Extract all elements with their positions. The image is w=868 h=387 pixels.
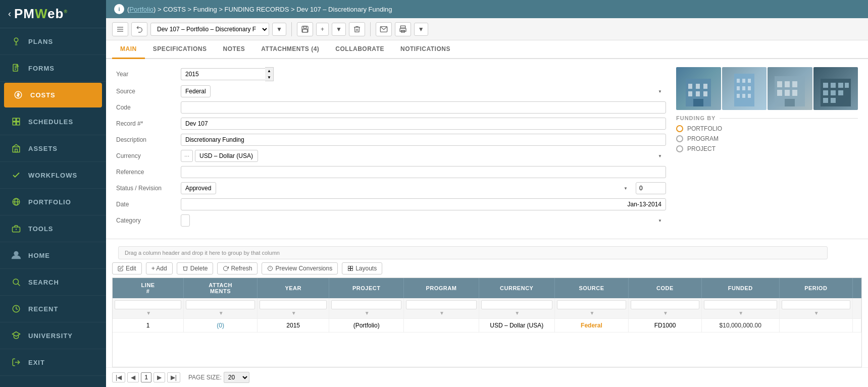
currency-select[interactable]: USD – Dollar (USA) <box>195 150 258 162</box>
sidebar-item-schedules[interactable]: SCHEDULES <box>0 108 106 135</box>
add-dropdown-button[interactable]: ▼ <box>332 23 346 36</box>
save-button[interactable] <box>297 22 313 36</box>
first-page-button[interactable]: |◀ <box>112 372 125 382</box>
layouts-button[interactable]: Layouts <box>342 262 382 274</box>
current-page-button[interactable]: 1 <box>141 372 151 382</box>
dropdown-arrow-button[interactable]: ▼ <box>272 23 286 36</box>
filter-program: ▼ <box>403 298 479 319</box>
source-select[interactable]: Federal <box>181 85 211 97</box>
filter-source-icon[interactable]: ▼ <box>589 310 594 316</box>
preview-conversions-button[interactable]: Preview Conversions <box>262 262 338 274</box>
funding-project-radio[interactable] <box>676 145 683 152</box>
add-row-button[interactable]: + Add <box>146 262 173 274</box>
category-select[interactable] <box>181 214 190 227</box>
reference-label: Reference <box>116 169 177 176</box>
sidebar-item-workflows[interactable]: WORKFLOWS <box>0 162 106 189</box>
email-button[interactable] <box>376 22 392 36</box>
code-input[interactable] <box>181 101 666 114</box>
sidebar-item-search-label: SEARCH <box>28 279 59 286</box>
sidebar-item-university[interactable]: UNIVERSITY <box>0 322 106 349</box>
reference-input[interactable] <box>181 166 666 178</box>
year-decrement-button[interactable]: ▼ <box>265 74 273 81</box>
sidebar-item-workflows-label: WORKFLOWS <box>28 172 77 179</box>
filter-line-icon[interactable]: ▼ <box>146 310 151 316</box>
filter-funded-input[interactable] <box>704 300 777 309</box>
filter-currency-input[interactable] <box>481 300 552 309</box>
filter-period-input[interactable] <box>782 300 850 309</box>
cell-year: 2015 <box>257 319 329 333</box>
year-field-wrapper: ▲ ▼ <box>181 67 262 81</box>
list-view-button[interactable] <box>112 22 128 36</box>
status-select[interactable]: Approved <box>181 182 216 194</box>
sidebar-item-recent[interactable]: RECENT <box>0 296 106 322</box>
tab-notes[interactable]: NOTES <box>215 40 253 59</box>
edit-button[interactable]: Edit <box>112 262 142 274</box>
filter-program-input[interactable] <box>406 300 477 309</box>
record-input[interactable]: Dev 107 <box>181 118 666 130</box>
tab-main[interactable]: MAIN <box>112 40 145 59</box>
grid-icon <box>10 116 22 128</box>
filter-year-input[interactable] <box>260 300 327 309</box>
filter-program-icon[interactable]: ▼ <box>439 310 444 316</box>
delete-button[interactable] <box>349 22 365 36</box>
header-toolbar: Dev 107 – Portfolio – Discretionary F ▼ … <box>106 18 868 40</box>
globe-icon <box>10 196 22 208</box>
filter-code-input[interactable] <box>631 300 699 309</box>
svg-rect-57 <box>845 83 849 88</box>
print-dropdown-button[interactable]: ▼ <box>414 23 428 36</box>
collapse-sidebar-button[interactable]: ‹ <box>8 9 11 19</box>
sidebar-item-exit[interactable]: EXIT <box>0 349 106 376</box>
cell-project: (Portfolio) <box>329 319 404 333</box>
cell-attachments[interactable]: (0) <box>184 319 258 333</box>
filter-currency-icon[interactable]: ▼ <box>515 310 520 316</box>
filter-project-icon[interactable]: ▼ <box>365 310 370 316</box>
sidebar-item-plans[interactable]: PLANS <box>0 28 106 55</box>
status-row: Status / Revision Approved <box>116 182 666 194</box>
toolbar-separator-1 <box>291 22 292 36</box>
description-input[interactable]: Discretionary Funding <box>181 134 666 146</box>
tab-specifications[interactable]: SPECIFICATIONS <box>145 40 215 59</box>
filter-attachments-input[interactable] <box>186 300 255 309</box>
filter-code-icon[interactable]: ▼ <box>663 310 668 316</box>
filter-funded-icon[interactable]: ▼ <box>738 310 743 316</box>
tab-collaborate[interactable]: COLLABORATE <box>327 40 392 59</box>
funding-portfolio-radio[interactable] <box>676 125 683 132</box>
currency-dots-button[interactable]: ··· <box>181 150 193 162</box>
filter-period-icon[interactable]: ▼ <box>814 310 819 316</box>
sidebar-item-search[interactable]: SEARCH <box>0 269 106 296</box>
sidebar-item-tools[interactable]: TOOLS <box>0 215 106 242</box>
form-area: Year ▲ ▼ Source Federal <box>106 59 868 239</box>
sidebar-item-home[interactable]: HOME <box>0 242 106 269</box>
date-input[interactable] <box>181 198 666 210</box>
filter-attachments-icon[interactable]: ▼ <box>219 310 224 316</box>
delete-row-label: Delete <box>190 265 208 272</box>
breadcrumb-portfolio-link[interactable]: Portfolio <box>129 6 154 13</box>
sidebar-item-assets[interactable]: ASSETS <box>0 135 106 162</box>
drag-hint: Drag a column header and drop it here to… <box>118 246 828 259</box>
filter-year-icon[interactable]: ▼ <box>291 310 296 316</box>
record-selector[interactable]: Dev 107 – Portfolio – Discretionary F <box>150 23 269 36</box>
year-increment-button[interactable]: ▲ <box>265 68 273 74</box>
last-page-button[interactable]: ▶| <box>167 372 180 382</box>
year-input[interactable] <box>181 68 265 80</box>
filter-line-input[interactable] <box>115 300 181 309</box>
print-button[interactable] <box>395 22 411 36</box>
tab-notifications[interactable]: NOTIFICATIONS <box>392 40 458 59</box>
sidebar-item-costs[interactable]: COSTS <box>4 83 102 107</box>
undo-button[interactable] <box>131 22 147 36</box>
next-page-button[interactable]: ▶ <box>154 372 165 382</box>
filter-project-input[interactable] <box>331 300 401 309</box>
form-fields: Year ▲ ▼ Source Federal <box>116 67 666 231</box>
prev-page-button[interactable]: ◀ <box>127 372 139 382</box>
page-size-select[interactable]: 20 50 100 <box>224 372 249 383</box>
cell-source: Federal <box>554 319 628 333</box>
funding-program-radio[interactable] <box>676 135 683 142</box>
delete-row-button[interactable]: Delete <box>177 262 214 274</box>
sidebar-item-portfolio[interactable]: PORTFOLIO <box>0 189 106 215</box>
tab-attachments[interactable]: ATTACHMENTS (4) <box>253 40 327 59</box>
add-button[interactable]: + <box>316 23 329 36</box>
sidebar-item-forms[interactable]: FORMS <box>0 55 106 82</box>
refresh-button[interactable]: Refresh <box>217 262 258 274</box>
filter-source-input[interactable] <box>557 300 626 309</box>
revision-input[interactable] <box>636 182 666 194</box>
